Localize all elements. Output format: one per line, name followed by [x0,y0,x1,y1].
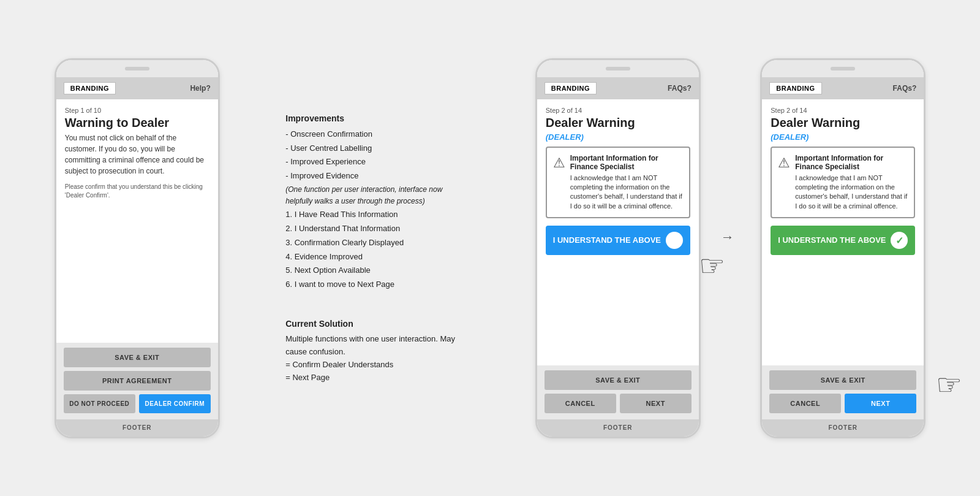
do-not-proceed-button[interactable]: DO NOT PROCEED [64,394,135,413]
improvements-annotation: Improvements - Onscreen Confirmation - U… [285,112,469,292]
improvements-title: Improvements [285,112,469,125]
improvement-item-6: 1. I Have Read This Information [285,208,469,221]
phone-header-1: BRANDING Help? [56,77,218,99]
phone1-content: Step 1 of 10 Warning to Dealer You must … [56,99,218,343]
step-label-1: Step 1 of 10 [65,107,209,114]
improvement-item-5: (One function per user interaction, inte… [285,184,469,207]
phone-header-3: BRANDING FAQs? [762,77,924,99]
annotations-column: Improvements - Onscreen Confirmation - U… [279,99,475,396]
step-subtitle-3: (DEALER) [771,132,915,142]
warning-title-3: Important Information for Finance Specia… [795,154,908,171]
phone-speaker-3 [831,67,855,71]
phone-3-wrapper: BRANDING FAQs? Step 2 of 14 Dealer Warni… [760,58,925,438]
improvement-item-3: - Improved Experience [285,156,469,169]
bottom-btn-row-3: CANCEL NEXT [769,394,916,413]
warning-text-3: I acknowledge that I am NOT completing t… [795,174,908,212]
step-label-3: Step 2 of 14 [771,107,915,114]
warning-box-3: ⚠ Important Information for Finance Spec… [771,147,915,219]
step-title-2: Dealer Warning [546,115,690,130]
phone-top-bar-2 [537,60,699,77]
phone-2-wrapper: BRANDING FAQs? Step 2 of 14 Dealer Warni… [535,58,701,438]
phone2-footer-area: SAVE & EXIT CANCEL NEXT [537,365,699,419]
footer-1: FOOTER [56,419,218,437]
warning-content-2: Important Information for Finance Specia… [570,154,683,212]
branding-2: BRANDING [545,82,597,94]
warning-content-3: Important Information for Finance Specia… [795,154,908,212]
step-body-1: You must not click on behalf of the cust… [65,132,209,177]
improvement-item-4: - Improved Evidence [285,170,469,183]
improvement-item-1: - Onscreen Confirmation [285,128,469,141]
phone-mockup-3: BRANDING FAQs? Step 2 of 14 Dealer Warni… [760,58,925,438]
save-exit-button-3[interactable]: SAVE & EXIT [769,370,916,390]
help-1[interactable]: Help? [190,84,210,93]
step-note-1: Please confirm that you understand this … [65,183,209,200]
footer-3: FOOTER [762,419,924,437]
understand-toggle-2[interactable]: I UNDERSTAND THE ABOVE [546,226,690,255]
step-title-3: Dealer Warning [771,115,915,130]
warning-title-2: Important Information for Finance Specia… [570,154,683,171]
phone-mockup-2: BRANDING FAQs? Step 2 of 14 Dealer Warni… [535,58,701,438]
current-solution-title: Current Solution [285,317,469,330]
improvement-item-11: 6. I want to move to Next Page [285,278,469,291]
improvement-item-2: - User Centred Labelling [285,142,469,155]
current-solution-text: Multiple functions with one user interac… [285,333,469,384]
save-exit-button-1[interactable]: SAVE & EXIT [64,348,211,367]
next-button-2[interactable]: NEXT [620,394,692,413]
step-title-1: Warning to Dealer [65,115,209,130]
step-subtitle-2: (DEALER) [546,132,690,142]
toggle-check-3: ✓ [891,232,908,249]
phone-speaker-2 [606,67,630,71]
phone1-footer-area: SAVE & EXIT PRINT AGREEMENT DO NOT PROCE… [56,343,218,419]
toggle-label-3: I UNDERSTAND THE ABOVE [778,235,886,245]
phone-top-bar-1 [56,60,218,77]
phone-header-2: BRANDING FAQs? [537,77,699,99]
hand-cursor-2: ☞ [699,248,725,283]
bottom-btn-row-2: CANCEL NEXT [545,394,692,413]
phone-mockup-1: BRANDING Help? Step 1 of 10 Warning to D… [55,58,220,438]
improvement-item-10: 5. Next Option Available [285,264,469,277]
phone-1: BRANDING Help? Step 1 of 10 Warning to D… [55,58,220,438]
warning-icon-2: ⚠ [553,155,565,171]
arrow-between-phones: → [721,229,734,245]
improvement-item-9: 4. Evidence Improved [285,251,469,264]
warning-box-2: ⚠ Important Information for Finance Spec… [546,147,690,219]
hand-cursor-3: ☞ [936,367,962,402]
help-2[interactable]: FAQs? [668,84,692,93]
current-solution-annotation: Current Solution Multiple functions with… [285,317,469,384]
save-exit-button-2[interactable]: SAVE & EXIT [545,370,692,390]
understand-toggle-3[interactable]: I UNDERSTAND THE ABOVE ✓ [771,226,915,255]
branding-3: BRANDING [769,82,821,94]
toggle-circle-2 [666,232,683,249]
footer-2: FOOTER [537,419,699,437]
improvement-item-7: 2. I Understand That Information [285,223,469,235]
warning-text-2: I acknowledge that I am NOT completing t… [570,174,683,212]
dealer-confirm-button[interactable]: DEALER CONFIRM [139,394,211,413]
phone-top-bar-3 [762,60,924,77]
improvements-list: - Onscreen Confirmation - User Centred L… [285,128,469,291]
help-3[interactable]: FAQs? [893,84,917,93]
warning-icon-3: ⚠ [778,155,790,171]
print-button-1[interactable]: PRINT AGREEMENT [64,371,211,391]
next-button-3[interactable]: NEXT [845,394,916,413]
phone-speaker-1 [125,67,149,71]
phone3-footer-area: SAVE & EXIT CANCEL NEXT [762,365,924,419]
toggle-label-2: I UNDERSTAND THE ABOVE [553,235,661,245]
phone2-content: Step 2 of 14 Dealer Warning (DEALER) ⚠ I… [537,99,699,365]
cancel-button-3[interactable]: CANCEL [769,394,841,413]
improvement-item-8: 3. Confirmation Clearly Displayed [285,237,469,250]
phone3-content: Step 2 of 14 Dealer Warning (DEALER) ⚠ I… [762,99,924,365]
bottom-btn-row-1: DO NOT PROCEED DEALER CONFIRM [64,394,211,413]
step-label-2: Step 2 of 14 [546,107,690,114]
cancel-button-2[interactable]: CANCEL [545,394,616,413]
branding-1: BRANDING [64,82,116,94]
